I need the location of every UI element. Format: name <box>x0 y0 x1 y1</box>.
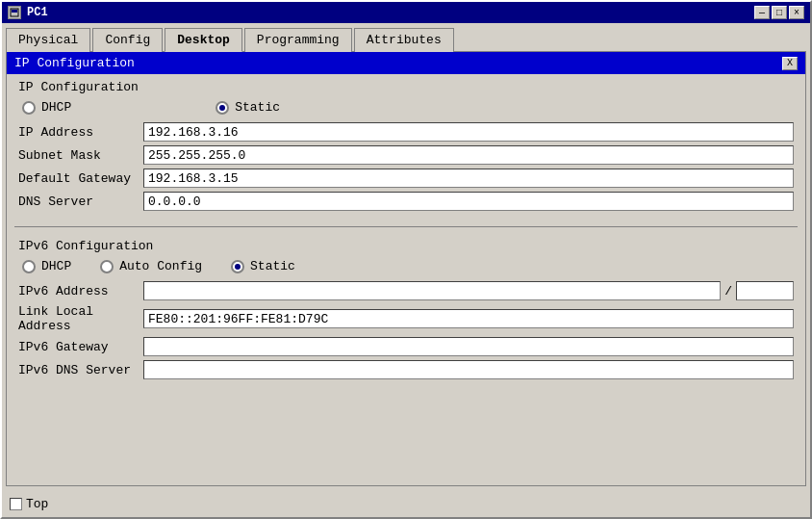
ip-address-label: IP Address <box>18 125 143 140</box>
ipv6-auto-radio-circle[interactable] <box>100 260 114 273</box>
default-gateway-row: Default Gateway <box>18 169 794 188</box>
dhcp-label: DHCP <box>41 100 71 115</box>
ip-mode-row: DHCP Static <box>18 100 794 115</box>
ipv6-auto-label: Auto Config <box>119 259 202 273</box>
ip-config-header-title: IP Configuration <box>14 56 135 70</box>
window-title: PC1 <box>27 6 48 19</box>
ipv6-static-label: Static <box>250 259 295 273</box>
ipv6-auto-radio[interactable]: Auto Config <box>100 259 202 273</box>
ipv6-dhcp-label: DHCP <box>41 259 71 273</box>
static-radio[interactable]: Static <box>216 100 280 115</box>
ip-config-close-button[interactable]: X <box>782 57 798 70</box>
link-local-row: Link Local Address <box>18 304 794 333</box>
tab-physical[interactable]: Physical <box>6 28 90 52</box>
tab-bar: Physical Config Desktop Programming Attr… <box>2 23 810 51</box>
top-checkbox[interactable] <box>10 498 22 510</box>
svg-rect-1 <box>12 10 17 13</box>
dhcp-radio[interactable]: DHCP <box>22 100 71 115</box>
ip-address-row: IP Address <box>18 122 794 142</box>
ipv6-section-title: IPv6 Configuration <box>18 239 794 253</box>
ipv6-gateway-label: IPv6 Gateway <box>18 340 143 354</box>
ipv6-prefix-input[interactable] <box>736 281 794 300</box>
ipv6-slash: / <box>724 284 732 298</box>
maximize-button[interactable]: □ <box>772 6 787 19</box>
ipv6-static-radio[interactable]: Static <box>231 259 295 273</box>
window-icon <box>8 6 21 19</box>
bottom-bar: Top <box>2 490 810 517</box>
ip-address-input[interactable] <box>143 122 794 142</box>
static-radio-circle[interactable] <box>216 101 229 115</box>
ipv6-address-row: IPv6 Address / <box>18 281 794 300</box>
top-label: Top <box>26 497 48 511</box>
ip-config-section: IP Configuration DHCP Static IP Address <box>7 74 805 221</box>
ipv6-address-input[interactable] <box>143 281 721 300</box>
ipv6-mode-row: DHCP Auto Config Static <box>18 259 794 273</box>
subnet-mask-row: Subnet Mask <box>18 145 794 165</box>
subnet-mask-input[interactable] <box>143 145 794 165</box>
link-local-input[interactable] <box>143 309 794 328</box>
tab-attributes[interactable]: Attributes <box>354 28 454 52</box>
ipv6-address-label: IPv6 Address <box>18 284 143 298</box>
ipv6-dns-label: IPv6 DNS Server <box>18 363 143 377</box>
minimize-button[interactable]: — <box>754 6 770 19</box>
ipv6-dhcp-radio[interactable]: DHCP <box>22 259 71 273</box>
section-divider <box>14 226 798 227</box>
ipv6-gateway-input[interactable] <box>143 337 794 356</box>
ipv6-config-section: IPv6 Configuration DHCP Auto Config Stat… <box>7 233 805 389</box>
dns-server-label: DNS Server <box>18 195 143 209</box>
ipv6-dhcp-radio-circle[interactable] <box>22 260 36 273</box>
ip-config-section-title: IP Configuration <box>18 80 794 94</box>
dns-server-input[interactable] <box>143 192 794 211</box>
ipv6-gateway-row: IPv6 Gateway <box>18 337 794 356</box>
close-button[interactable]: × <box>789 6 804 19</box>
title-bar: PC1 — □ × <box>2 2 810 23</box>
main-window: PC1 — □ × Physical Config Desktop Progra… <box>0 0 812 519</box>
tab-desktop[interactable]: Desktop <box>165 28 242 52</box>
dhcp-radio-circle[interactable] <box>22 101 36 115</box>
ipv6-dns-input[interactable] <box>143 360 794 379</box>
ipv6-static-radio-circle[interactable] <box>231 260 244 273</box>
content-area: IP Configuration X IP Configuration DHCP… <box>6 51 806 486</box>
default-gateway-label: Default Gateway <box>18 171 143 186</box>
tab-programming[interactable]: Programming <box>244 28 352 52</box>
ipv6-address-group: / <box>143 281 794 300</box>
top-checkbox-wrap[interactable]: Top <box>10 497 48 511</box>
subnet-mask-label: Subnet Mask <box>18 148 143 163</box>
dns-server-row: DNS Server <box>18 192 794 211</box>
tab-config[interactable]: Config <box>92 28 163 52</box>
ip-config-header: IP Configuration X <box>7 52 805 74</box>
default-gateway-input[interactable] <box>143 169 794 188</box>
title-buttons: — □ × <box>754 6 804 19</box>
link-local-label: Link Local Address <box>18 304 143 333</box>
ipv6-dns-row: IPv6 DNS Server <box>18 360 794 379</box>
static-label: Static <box>235 100 280 115</box>
